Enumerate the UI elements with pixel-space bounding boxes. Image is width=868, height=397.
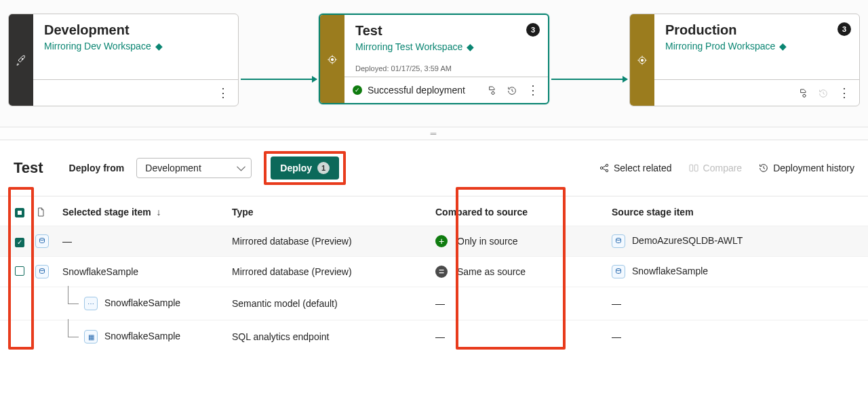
svg-point-6 <box>803 94 806 97</box>
stage-detail-toolbar: Test Deploy from Development Deploy 1 Se… <box>0 140 868 196</box>
stage-workspace-link[interactable]: Mirroring Dev Workspace ◆ <box>44 41 227 51</box>
sort-descending-icon: ↓ <box>154 207 161 217</box>
table-row[interactable]: SnowflakeSampleMirrored database (Previe… <box>0 257 868 287</box>
mirrored-db-icon <box>612 234 625 248</box>
tree-connector <box>62 329 83 345</box>
compared-status: + Only in source <box>430 226 606 257</box>
connector-arrow <box>551 79 627 80</box>
selected-item-name: SnowflakeSample <box>104 297 180 308</box>
row-checkbox[interactable] <box>15 266 24 276</box>
svg-point-8 <box>606 164 608 166</box>
svg-point-2 <box>331 58 333 60</box>
history-icon-button <box>818 87 829 98</box>
svg-rect-11 <box>694 165 698 171</box>
deployment-rules-button[interactable] <box>797 87 808 98</box>
compared-status: — <box>430 320 606 354</box>
same-as-source-icon: = <box>435 266 448 278</box>
mirrored-db-icon <box>612 265 625 278</box>
only-in-source-icon: + <box>435 235 448 247</box>
success-status-icon: ✓ <box>353 85 362 95</box>
svg-point-15 <box>616 269 621 271</box>
rocket-icon <box>16 54 26 66</box>
stage-workspace-link[interactable]: Mirroring Prod Workspace ◆ <box>665 41 848 51</box>
source-item: — <box>606 287 868 320</box>
stage-workspace-link[interactable]: Mirroring Test Workspace ◆ <box>355 41 537 52</box>
svg-point-7 <box>600 167 602 169</box>
resize-handle[interactable]: ═ <box>0 127 868 140</box>
pipeline-canvas: Development Mirroring Dev Workspace ◆ ⋮ <box>0 0 868 127</box>
col-type-header[interactable]: Type <box>226 196 430 226</box>
selected-item-name: — <box>62 236 72 247</box>
sql-endpoint-icon: ▦ <box>84 330 98 343</box>
row-checkbox[interactable] <box>15 238 24 247</box>
deploy-from-select[interactable]: Development <box>136 158 252 178</box>
stage-title: Development <box>44 22 227 38</box>
target-icon <box>327 53 338 64</box>
deploy-button[interactable]: Deploy 1 <box>271 156 339 180</box>
item-type: Mirrored database (Preview) <box>226 257 430 287</box>
file-icon <box>35 206 46 217</box>
select-all-checkbox[interactable] <box>15 208 24 217</box>
svg-point-3 <box>492 91 494 94</box>
svg-point-13 <box>616 238 621 241</box>
svg-point-9 <box>606 169 608 171</box>
selected-item-name: SnowflakeSample <box>104 331 180 341</box>
table-row[interactable]: ⋯SnowflakeSampleSemantic model (default)… <box>0 287 868 320</box>
deploy-count-badge: 1 <box>317 162 330 174</box>
tree-connector <box>62 295 83 312</box>
deployment-rules-button[interactable] <box>486 84 497 96</box>
premium-icon: ◆ <box>779 41 787 51</box>
current-stage-title: Test <box>14 159 43 177</box>
compared-status: = Same as source <box>430 257 606 287</box>
mirrored-db-icon <box>35 265 49 278</box>
more-options-button[interactable]: ⋮ <box>838 87 851 99</box>
stage-card-development[interactable]: Development Mirroring Dev Workspace ◆ ⋮ <box>8 14 239 106</box>
stage-title: Test <box>355 23 537 39</box>
stage-strip-production <box>630 14 654 106</box>
col-compared-header[interactable]: Compared to source <box>430 196 606 226</box>
svg-point-5 <box>641 59 643 61</box>
stage-strip-development <box>9 14 33 106</box>
item-type: Semantic model (default) <box>226 287 430 320</box>
premium-icon: ◆ <box>155 41 163 51</box>
premium-icon: ◆ <box>467 41 474 52</box>
svg-point-0 <box>22 58 23 60</box>
table-row[interactable]: ▦SnowflakeSampleSQL analytics endpoint—— <box>0 320 868 354</box>
target-icon <box>637 54 648 66</box>
source-item: SnowflakeSample <box>606 257 868 287</box>
source-item: DemoAzureSQLDB-AWLT <box>606 226 868 257</box>
stage-strip-test <box>320 15 344 103</box>
callout-highlight: Deploy 1 <box>264 151 346 185</box>
col-source-header[interactable]: Source stage item <box>606 196 868 226</box>
more-options-button[interactable]: ⋮ <box>527 84 540 96</box>
item-type: Mirrored database (Preview) <box>226 226 430 257</box>
stage-card-production[interactable]: Production Mirroring Prod Workspace ◆ 3 <box>629 14 860 106</box>
stage-deployed-text: Deployed: 01/17/25, 3:59 AM <box>344 59 548 77</box>
svg-rect-10 <box>690 165 693 171</box>
svg-point-12 <box>40 238 45 241</box>
compare-button: Compare <box>688 163 743 173</box>
svg-point-14 <box>40 269 45 271</box>
col-selected-header[interactable]: Selected stage item ↓ <box>57 196 226 226</box>
more-options-button[interactable]: ⋮ <box>217 87 230 99</box>
select-related-button[interactable]: Select related <box>599 163 672 173</box>
stage-item-count-badge: 3 <box>526 23 540 37</box>
compared-status: — <box>430 287 606 320</box>
history-icon-button[interactable] <box>507 84 517 96</box>
stage-title: Production <box>665 22 848 38</box>
stage-item-count-badge: 3 <box>837 22 851 36</box>
deployment-status-text: Successful deployment <box>368 85 465 96</box>
stage-card-test[interactable]: Test Mirroring Test Workspace ◆ 3 Deploy… <box>319 14 549 104</box>
deploy-from-label: Deploy from <box>69 163 125 173</box>
deployment-history-button[interactable]: Deployment history <box>758 163 854 173</box>
connector-arrow <box>241 79 317 80</box>
semantic-model-icon: ⋯ <box>84 297 98 310</box>
source-item: — <box>606 320 868 354</box>
stage-items-table: Selected stage item ↓ Type Compared to s… <box>0 196 868 353</box>
table-row[interactable]: —Mirrored database (Preview)+ Only in so… <box>0 226 868 257</box>
mirrored-db-icon <box>35 234 49 248</box>
selected-item-name: SnowflakeSample <box>62 266 138 277</box>
item-type: SQL analytics endpoint <box>226 320 430 354</box>
